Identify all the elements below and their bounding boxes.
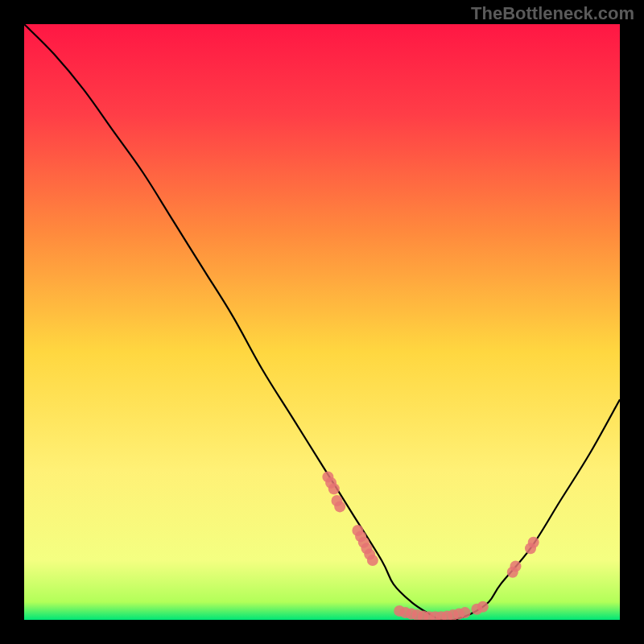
gradient-background [24, 24, 620, 620]
data-point [525, 543, 536, 554]
data-point [328, 483, 340, 494]
svg-rect-0 [24, 24, 620, 620]
data-point [441, 611, 452, 620]
data-point [352, 525, 363, 536]
data-point [364, 549, 375, 560]
data-point [411, 609, 423, 620]
data-point [325, 477, 336, 489]
data-point [332, 495, 343, 506]
watermark-text: TheBottleneck.com [471, 3, 634, 24]
chart-plot-area [24, 24, 620, 620]
data-point [453, 609, 464, 620]
data-point [477, 601, 489, 613]
bottleneck-curve [24, 24, 620, 620]
data-point [400, 607, 411, 618]
data-point [394, 605, 405, 617]
data-point [436, 611, 447, 620]
data-point [358, 537, 369, 548]
data-point [334, 501, 345, 512]
data-point [528, 537, 539, 548]
data-point [406, 609, 417, 620]
data-point [510, 560, 522, 572]
data-point [460, 607, 471, 618]
data-point [355, 530, 366, 542]
data-point [322, 471, 333, 482]
curve-layer [24, 24, 620, 620]
data-point [471, 604, 482, 615]
data-point [448, 609, 459, 620]
data-point [367, 555, 378, 566]
data-point [423, 611, 435, 620]
data-point [361, 543, 373, 554]
data-point [418, 611, 429, 620]
data-point [430, 611, 441, 620]
scatter-points-layer [24, 24, 620, 620]
data-point [507, 567, 518, 578]
